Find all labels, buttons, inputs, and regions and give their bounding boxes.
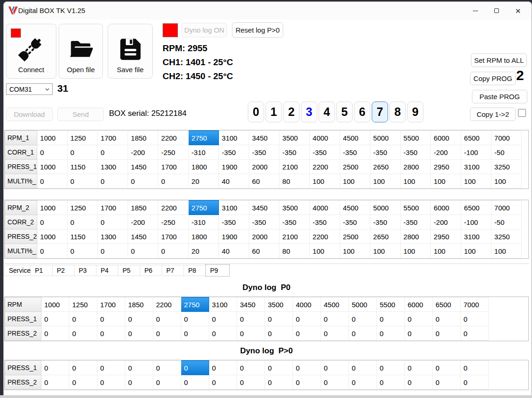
cell-CORR_1-5[interactable]: -310 (189, 145, 219, 160)
cell-CORR_1-3[interactable]: -200 (128, 145, 158, 160)
cell-RPM_2-15[interactable]: 7000 (491, 201, 522, 215)
cell-PRESS_1-14[interactable]: 3100 (461, 160, 491, 174)
cell-PRESS_2-1[interactable]: 0 (69, 375, 97, 390)
cell-PRESS_2-3[interactable]: 0 (125, 326, 153, 341)
connect-button[interactable]: Connect (6, 24, 56, 79)
cell-MULTI%_-2[interactable]: 0 (98, 174, 128, 189)
cell-MULTI%_-5[interactable]: 20 (189, 244, 219, 258)
cell-MULTI%_-8[interactable]: 80 (280, 244, 310, 258)
cell-PRESS_2-1[interactable]: 0 (69, 326, 97, 341)
cell-PRESS_2-8[interactable]: 0 (265, 326, 293, 341)
cell-RPM-11[interactable]: 5000 (349, 297, 377, 312)
cell-RPM_2-13[interactable]: 6000 (431, 201, 461, 215)
cell-PRESS_1-15[interactable]: 3250 (491, 160, 522, 174)
cell-PRESS_2-10[interactable]: 0 (321, 375, 349, 390)
cell-CORR_2-0[interactable]: 0 (37, 215, 68, 229)
cell-CORR_2-2[interactable]: 0 (98, 215, 128, 229)
copy-prog-button[interactable]: Copy PROG (470, 72, 516, 85)
prog-digit-0[interactable]: 0 (248, 101, 264, 122)
cell-RPM_1-12[interactable]: 5500 (401, 131, 431, 145)
cell-RPM_2-5-selected[interactable]: 2750 (189, 201, 219, 215)
cell-PRESS_2-3[interactable]: 1450 (128, 229, 158, 244)
cell-PRESS_1-5-selected[interactable]: 0 (181, 361, 209, 375)
cell-CORR_2-1[interactable]: 0 (68, 215, 98, 229)
cell-RPM_1-2[interactable]: 1700 (98, 131, 128, 145)
cell-PRESS_1-11[interactable]: 0 (349, 312, 377, 326)
cell-PRESS_1-13[interactable]: 0 (405, 312, 433, 326)
cell-PRESS_2-12[interactable]: 2800 (401, 229, 431, 244)
cell-PRESS_2-11[interactable]: 0 (349, 375, 377, 390)
paste-prog-button[interactable]: Paste PROG (472, 90, 527, 103)
prog-digit-4[interactable]: 4 (319, 101, 335, 122)
cell-CORR_2-7[interactable]: -350 (249, 215, 280, 229)
cell-CORR_2-14[interactable]: -100 (461, 215, 491, 229)
cell-PRESS_2-3[interactable]: 0 (125, 375, 153, 390)
cell-RPM-6[interactable]: 3100 (209, 297, 237, 312)
cell-RPM_1-1[interactable]: 1250 (68, 131, 98, 145)
cell-PRESS_1-3[interactable]: 0 (125, 361, 153, 375)
cell-MULTI%_-0[interactable]: 0 (37, 174, 68, 189)
cell-CORR_1-12[interactable]: -350 (401, 145, 431, 160)
cell-CORR_1-11[interactable]: -350 (370, 145, 401, 160)
cell-PRESS_2-0[interactable]: 0 (41, 375, 69, 390)
cell-MULTI%_-9[interactable]: 100 (310, 174, 340, 189)
cell-PRESS_1-7[interactable]: 2000 (249, 160, 280, 174)
cell-PRESS_1-9[interactable]: 2200 (310, 160, 340, 174)
cell-PRESS_1-1[interactable]: 1150 (68, 160, 98, 174)
cell-PRESS_1-7[interactable]: 0 (237, 312, 265, 326)
cell-PRESS_1-14[interactable]: 0 (433, 361, 461, 375)
cell-MULTI%_-3[interactable]: 0 (128, 244, 158, 258)
cell-MULTI%_-15[interactable]: 100 (491, 174, 522, 189)
cell-PRESS_1-11[interactable]: 0 (349, 361, 377, 375)
cell-RPM-8[interactable]: 3500 (265, 297, 293, 312)
cell-PRESS_1-5[interactable]: 0 (181, 312, 209, 326)
cell-PRESS_2-0[interactable]: 1000 (37, 229, 68, 244)
cell-PRESS_2-11[interactable]: 0 (349, 326, 377, 341)
cell-PRESS_2-7[interactable]: 0 (237, 326, 265, 341)
row-header-PRESS_2[interactable]: PRESS_2 (5, 229, 37, 244)
cell-RPM_1-13[interactable]: 6000 (431, 131, 461, 145)
minimize-button[interactable] (464, 2, 486, 20)
cell-RPM_2-14[interactable]: 6500 (461, 201, 491, 215)
cell-MULTI%_-9[interactable]: 100 (310, 244, 340, 258)
cell-PRESS_2-12[interactable]: 0 (377, 326, 405, 341)
cell-CORR_1-7[interactable]: -350 (249, 145, 280, 160)
cell-RPM_2-1[interactable]: 1250 (68, 201, 98, 215)
cell-PRESS_1-0[interactable]: 1000 (37, 160, 68, 174)
cell-CORR_2-3[interactable]: -200 (128, 215, 158, 229)
cell-PRESS_1-15[interactable]: 0 (461, 361, 489, 375)
cell-RPM_1-7[interactable]: 3450 (249, 131, 280, 145)
row-header-MULTI%_[interactable]: MULTI%_ (5, 244, 37, 258)
cell-MULTI%_-13[interactable]: 100 (431, 244, 461, 258)
cell-CORR_1-6[interactable]: -350 (219, 145, 249, 160)
cell-PRESS_1-0[interactable]: 0 (41, 361, 69, 375)
cell-MULTI%_-7[interactable]: 60 (249, 244, 280, 258)
cell-PRESS_1-13[interactable]: 2950 (431, 160, 461, 174)
cell-PRESS_1-4[interactable]: 0 (153, 361, 181, 375)
prog-digit-5[interactable]: 5 (336, 101, 353, 122)
cell-CORR_2-9[interactable]: -350 (310, 215, 340, 229)
cell-CORR_1-8[interactable]: -350 (280, 145, 310, 160)
cell-RPM_2-9[interactable]: 4000 (310, 201, 340, 215)
cell-RPM-2[interactable]: 1700 (97, 297, 125, 312)
cell-RPM_1-6[interactable]: 3100 (219, 131, 249, 145)
cell-MULTI%_-4[interactable]: 0 (158, 244, 189, 258)
cell-CORR_1-13[interactable]: -200 (431, 145, 461, 160)
cell-RPM_1-3[interactable]: 1850 (128, 131, 158, 145)
cell-CORR_1-1[interactable]: 0 (68, 145, 98, 160)
cell-PRESS_1-8[interactable]: 2100 (280, 160, 310, 174)
tab-p6[interactable]: P6 (140, 265, 162, 276)
row-header-PRESS_1[interactable]: PRESS_1 (5, 160, 37, 174)
cell-RPM_1-11[interactable]: 5000 (370, 131, 401, 145)
cell-PRESS_2-14[interactable]: 0 (433, 375, 461, 390)
cell-PRESS_1-1[interactable]: 0 (69, 312, 97, 326)
cell-RPM-10[interactable]: 4500 (321, 297, 349, 312)
cell-RPM_1-14[interactable]: 6500 (461, 131, 491, 145)
cell-RPM_1-15[interactable]: 7000 (491, 131, 522, 145)
row-header-PRESS_1[interactable]: PRESS_1 (5, 361, 41, 375)
cell-CORR_1-10[interactable]: -350 (340, 145, 370, 160)
cell-PRESS_2-9[interactable]: 2200 (310, 229, 340, 244)
cell-MULTI%_-10[interactable]: 100 (340, 244, 370, 258)
cell-CORR_2-12[interactable]: -350 (401, 215, 431, 229)
cell-PRESS_1-9[interactable]: 0 (293, 312, 321, 326)
